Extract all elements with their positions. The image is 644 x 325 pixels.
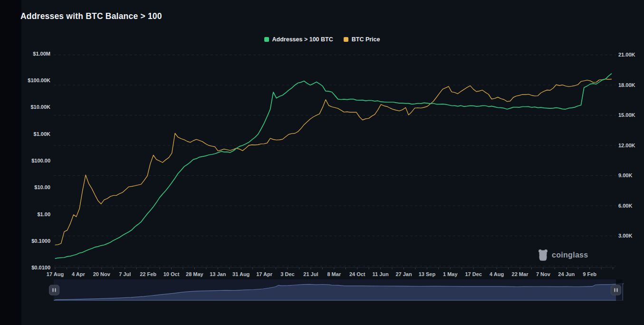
x-axis-label: 13 Jan	[210, 271, 226, 277]
drag-grip-icon	[55, 288, 56, 292]
x-axis-label: 4 Aug	[490, 271, 504, 277]
x-axis-label: 21 Jul	[303, 271, 318, 277]
x-axis-label: 17 Aug	[47, 271, 64, 277]
left-axis-tick-label: $1.00	[37, 211, 50, 217]
left-axis-tick-label: $100.00	[31, 158, 50, 163]
right-axis-tick-label: 15.00K	[618, 112, 635, 118]
x-axis-label: 24 Oct	[349, 271, 365, 277]
right-axis-tick-label: 18.00K	[618, 82, 635, 88]
right-axis-tick-label: 9.00K	[618, 172, 632, 178]
left-axis-tick-label: $10.00K	[30, 104, 50, 110]
x-axis-label: 1 May	[443, 271, 458, 277]
right-axis-tick-label: 21.00K	[618, 52, 635, 57]
left-axis-tick-label: $0.1000	[31, 238, 50, 244]
coinglass-watermark: coinglass	[538, 249, 588, 261]
drag-grip-icon	[53, 288, 54, 292]
navigator-handle-left[interactable]	[49, 285, 59, 295]
x-axis-label: 13 Sep	[419, 271, 436, 277]
x-axis-label: 31 Aug	[232, 271, 250, 277]
x-axis-label: 9 Feb	[583, 271, 596, 277]
x-axis-label: 27 Jan	[395, 271, 412, 277]
left-axis-tick-label: $100.00K	[28, 77, 50, 83]
x-axis-label: 3 Dec	[280, 271, 294, 277]
navigator-selection[interactable]	[54, 279, 616, 301]
navigator-handle-right[interactable]	[611, 285, 621, 295]
right-axis-tick-label: 12.00K	[618, 143, 635, 148]
addresses-line	[55, 74, 612, 258]
drag-grip-icon	[615, 288, 615, 292]
x-axis-label: 22 Feb	[140, 271, 156, 277]
right-axis-tick-label: 3.00K	[618, 233, 632, 239]
x-axis-label: 20 Nov	[93, 271, 111, 277]
x-axis-label: 24 Jun	[558, 271, 575, 277]
x-axis-label: 8 Mar	[327, 271, 341, 277]
main-chart[interactable]: $1.00M$100.00K$10.00K$1.00K$100.00$10.00…	[0, 0, 644, 325]
x-axis-label: 7 Nov	[536, 271, 551, 277]
x-axis-label: 17 Apr	[256, 271, 273, 277]
x-axis-label: 17 Dec	[465, 271, 481, 277]
x-axis-label: 11 Jun	[372, 271, 389, 277]
x-axis-label: 7 Jul	[119, 271, 131, 277]
btc-price-line	[55, 79, 612, 245]
left-axis-tick-label: $1.00K	[34, 131, 51, 137]
left-axis-tick-label: $1.00M	[33, 51, 50, 57]
x-axis-label: 22 Mar	[512, 271, 529, 277]
x-axis-label: 4 Apr	[72, 271, 85, 277]
left-axis-tick-label: $0.0100	[31, 265, 50, 270]
right-axis-tick-label: 6.00K	[618, 203, 632, 209]
x-axis-label: 10 Oct	[163, 271, 180, 277]
drag-grip-icon	[617, 288, 618, 292]
coinglass-logo-icon	[538, 249, 548, 261]
watermark-label: coinglass	[552, 251, 588, 259]
left-axis-tick-label: $10.00	[34, 184, 50, 190]
x-axis-label: 28 May	[186, 271, 204, 277]
